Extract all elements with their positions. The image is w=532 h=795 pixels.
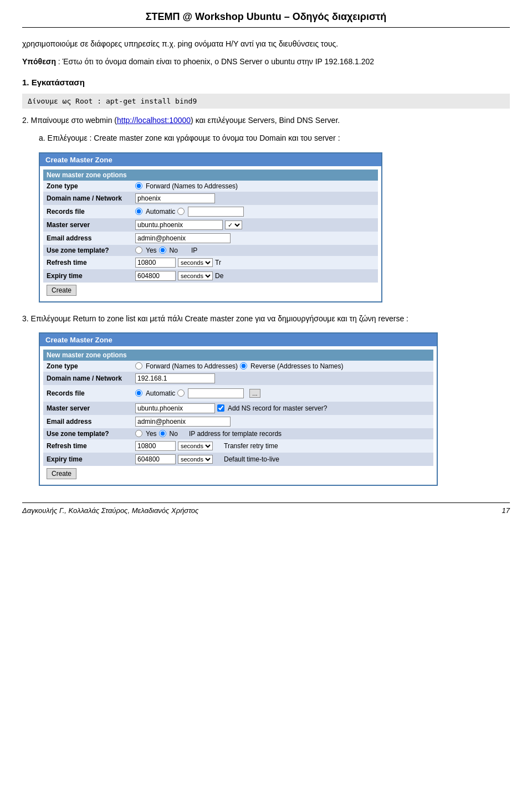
panel2-create-button[interactable]: Create	[47, 468, 76, 479]
panel2-wrapper: Create Master Zone New master zone optio…	[39, 332, 510, 486]
add-ns-record-checkbox[interactable]	[217, 404, 224, 412]
panel2-body: New master zone options Zone type Forwar…	[40, 346, 437, 485]
expiry-time-value: seconds minutes hours De	[132, 269, 378, 283]
table-row: Email address	[43, 232, 378, 245]
master-server-select[interactable]: ✓	[225, 220, 242, 229]
records-file-input[interactable]	[188, 207, 244, 217]
zone-template-value: Yes No IP	[132, 245, 378, 256]
table-row: Expiry time seconds minutes hours De	[43, 269, 378, 283]
zone-type2-reverse-radio[interactable]	[240, 362, 247, 370]
expiry-time-extra: De	[215, 272, 223, 280]
records-manual-radio[interactable]	[177, 208, 185, 215]
section1-code: Δίνουμε ως Root : apt-get install bind9	[22, 94, 510, 109]
refresh-time-input[interactable]	[135, 258, 176, 268]
page-footer: Δαγκουλής Γ., Κολλαλάς Σταύρος, Μελαδιαν…	[22, 502, 510, 515]
zone-template2-yes-label: Yes	[146, 430, 157, 438]
panel1: Create Master Zone New master zone optio…	[39, 152, 382, 302]
panel1-section-header: New master zone options	[43, 170, 378, 181]
records-auto-label: Automatic	[146, 208, 175, 216]
master-server-value: ✓	[132, 218, 378, 232]
master-server2-value: Add NS record for master server?	[132, 402, 433, 415]
records2-manual-radio[interactable]	[177, 389, 185, 397]
zone-template2-label: Use zone template?	[43, 428, 132, 439]
table-row: Domain name / Network	[43, 192, 378, 205]
master-server2-input[interactable]	[135, 403, 215, 413]
zone-template2-ip-label: IP address for template records	[189, 430, 282, 438]
records-file-value: Automatic	[132, 205, 378, 218]
records-file2-value: Automatic ...	[132, 385, 433, 402]
zone-template-ip-label: IP	[191, 247, 197, 254]
panel2-header: Create Master Zone	[40, 334, 437, 346]
refresh-time2-label: Refresh time	[43, 439, 132, 453]
zone-type2-forward-label: Forward (Names to Addresses)	[146, 362, 238, 370]
zone-type2-forward-radio[interactable]	[135, 362, 142, 370]
refresh-time-unit-select[interactable]: seconds minutes hours	[178, 258, 213, 267]
zone-template-yes-radio[interactable]	[135, 247, 142, 254]
records2-auto-label: Automatic	[146, 389, 175, 397]
domain-name2-label: Domain name / Network	[43, 372, 132, 385]
table-row: Master server Add NS record for master s…	[43, 402, 433, 415]
expiry-time-input[interactable]	[135, 271, 176, 281]
table-row: Master server ✓	[43, 218, 378, 232]
zone-type-forward-label: Forward (Names to Addresses)	[146, 182, 238, 190]
zone-template-no-radio[interactable]	[159, 247, 166, 254]
section3-intro: 3. Επιλέγουμε Return to zone list και με…	[22, 312, 510, 325]
webmin-link[interactable]: http://localhost:10000	[117, 116, 191, 125]
email2-input[interactable]	[135, 417, 231, 427]
panel1-footer: Create	[43, 283, 378, 298]
expiry-time2-label: Expiry time	[43, 453, 132, 466]
footer-left: Δαγκουλής Γ., Κολλαλάς Σταύρος, Μελαδιαν…	[22, 506, 198, 515]
expiry-time2-unit-select[interactable]: seconds minutes hours	[178, 455, 213, 464]
panel1-wrapper: Create Master Zone New master zone optio…	[39, 152, 510, 302]
table-row: Records file Automatic	[43, 205, 378, 218]
zone-type-forward-radio[interactable]	[135, 182, 142, 189]
refresh-time2-value: seconds minutes hours Transfer retry tim…	[132, 439, 433, 453]
panel2-section-header: New master zone options	[43, 350, 433, 361]
section1-title: 1. Εγκατάσταση	[22, 76, 510, 89]
records2-auto-radio[interactable]	[135, 389, 142, 397]
master-server2-label: Master server	[43, 402, 132, 415]
expiry-time-unit-select[interactable]: seconds minutes hours	[178, 271, 213, 280]
records-file-label: Records file	[43, 205, 132, 218]
email-input[interactable]	[135, 233, 231, 243]
zone-template-yes-label: Yes	[146, 247, 157, 254]
zone-template2-no-radio[interactable]	[159, 430, 166, 437]
table-row: Use zone template? Yes No IP	[43, 245, 378, 256]
expiry-time2-input[interactable]	[135, 454, 176, 464]
records-auto-radio[interactable]	[135, 208, 142, 215]
section2-suba: a. Επιλέγουμε : Create master zone και γ…	[39, 132, 510, 144]
zone-template2-yes-radio[interactable]	[135, 430, 142, 437]
email2-value	[132, 415, 433, 428]
refresh-time-extra: Tr	[215, 259, 221, 266]
domain-name-input[interactable]	[135, 193, 215, 203]
domain-name2-input[interactable]	[135, 373, 215, 383]
panel1-section-header-row: New master zone options	[43, 170, 378, 181]
zone-type2-reverse-label: Reverse (Addresses to Names)	[250, 362, 343, 370]
header-title: ΣΤΕΜΠ @ Workshop Ubuntu – Οδηγός διαχειρ…	[146, 11, 387, 22]
zone-type-label: Zone type	[43, 181, 132, 192]
domain-name-value	[132, 192, 378, 205]
panel2-table: New master zone options Zone type Forwar…	[43, 350, 433, 466]
table-row: Refresh time seconds minutes hours Trans…	[43, 439, 433, 453]
master-server-input[interactable]	[135, 220, 223, 230]
records-file2-input[interactable]	[188, 388, 244, 398]
table-row: Refresh time seconds minutes hours Tr	[43, 256, 378, 269]
table-row: Email address	[43, 415, 433, 428]
refresh-time2-input[interactable]	[135, 441, 176, 451]
panel2: Create Master Zone New master zone optio…	[39, 332, 438, 486]
panel2-section-header-row: New master zone options	[43, 350, 433, 361]
zone-template2-no-label: No	[170, 430, 178, 438]
expiry-time-label: Expiry time	[43, 269, 132, 283]
master-server-label: Master server	[43, 218, 132, 232]
panel1-create-button[interactable]: Create	[47, 285, 76, 296]
records-file2-label: Records file	[43, 385, 132, 402]
page-header: ΣΤΕΜΠ @ Workshop Ubuntu – Οδηγός διαχειρ…	[22, 11, 510, 28]
table-row: Zone type Forward (Names to Addresses) R…	[43, 361, 433, 372]
table-row: Expiry time seconds minutes hours Defaul…	[43, 453, 433, 466]
footer-right: 17	[502, 506, 510, 515]
panel1-body: New master zone options Zone type Forwar…	[40, 166, 381, 301]
domain-name-label: Domain name / Network	[43, 192, 132, 205]
refresh-time2-unit-select[interactable]: seconds minutes hours	[178, 442, 213, 450]
zone-type2-value: Forward (Names to Addresses) Reverse (Ad…	[132, 361, 433, 372]
records-browse-button[interactable]: ...	[249, 389, 260, 398]
